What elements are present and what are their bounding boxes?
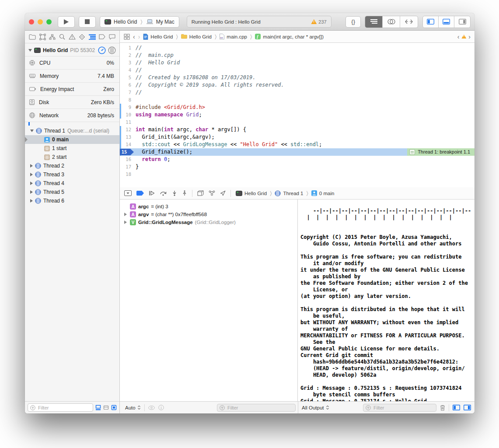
breadcrumb-item[interactable]: Hello Grid xyxy=(150,34,173,39)
go-forward-button[interactable]: › xyxy=(138,33,140,40)
source-editor[interactable]: 1//2// main.cpp3// Hello Grid4//5// Crea… xyxy=(120,43,475,187)
standard-editor-button[interactable] xyxy=(365,16,383,28)
code-line-16[interactable]: 16 return 0; xyxy=(120,156,475,163)
thread-row-thread-4[interactable]: Thread 4 xyxy=(25,179,119,188)
run-button[interactable] xyxy=(58,16,75,28)
code-line-17[interactable]: 17} xyxy=(120,163,475,171)
simulate-location-button[interactable] xyxy=(220,190,226,196)
scheme-selector[interactable]: Hello Grid 〉 My Mac xyxy=(100,16,179,28)
code-line-13[interactable]: 13 Grid_init(&argc,&argv); xyxy=(120,133,475,141)
thread-row-thread-1[interactable]: Thread 1Queue:...d (serial) xyxy=(25,126,119,135)
debug-navigator-tab[interactable] xyxy=(89,34,96,40)
stop-button[interactable] xyxy=(79,16,96,28)
disclosure-triangle-icon[interactable] xyxy=(30,182,33,185)
variables-view[interactable]: Aargc = (int) 3Aargv = (char **) 0x7ffee… xyxy=(120,200,298,401)
breadcrumb-item[interactable]: main.cpp xyxy=(227,34,247,39)
process-row[interactable]: Hello Grid PID 55302 xyxy=(25,45,119,56)
continue-button[interactable] xyxy=(149,190,155,196)
filter-input[interactable] xyxy=(373,405,434,411)
related-items-icon[interactable] xyxy=(124,34,130,40)
code-line-4[interactable]: 4// xyxy=(120,66,475,74)
code-line-9[interactable]: 9#include <Grid/Grid.h> xyxy=(120,104,475,111)
code-line-11[interactable]: 11 xyxy=(120,119,475,126)
breakpoint-indicator[interactable]: 15 xyxy=(120,149,134,155)
line-number[interactable]: 11 xyxy=(120,119,136,126)
show-recent-threads-button[interactable] xyxy=(95,405,101,410)
breakpoint-navigator-tab[interactable] xyxy=(99,34,105,39)
code-line-1[interactable]: 1// xyxy=(120,44,475,52)
zoom-window-button[interactable] xyxy=(46,19,52,24)
code-line-10[interactable]: 10using namespace Grid; xyxy=(120,111,475,119)
test-navigator-tab[interactable] xyxy=(79,34,85,40)
line-number[interactable]: 2 xyxy=(120,52,136,59)
code-line-6[interactable]: 6// Copyright © 2019 sopa. All rights re… xyxy=(120,81,475,89)
line-number[interactable]: 1 xyxy=(120,44,136,52)
step-over-button[interactable] xyxy=(160,190,167,196)
line-number[interactable]: 9 xyxy=(120,104,136,111)
line-number[interactable]: 18 xyxy=(120,171,136,178)
breakpoints-toggle-button[interactable] xyxy=(136,191,144,196)
show-console-button[interactable] xyxy=(464,405,471,410)
report-navigator-tab[interactable] xyxy=(109,34,115,40)
disclosure-triangle-icon[interactable] xyxy=(30,199,33,203)
line-number[interactable]: 5 xyxy=(120,74,136,81)
line-number[interactable]: 3 xyxy=(120,59,136,66)
show-only-crashed-button[interactable] xyxy=(111,405,117,410)
activity-status-view[interactable]: Running Hello Grid : Hello Grid 237 xyxy=(187,16,332,28)
show-running-blocks-button[interactable] xyxy=(103,405,109,410)
line-number[interactable]: 12 xyxy=(120,126,136,133)
variables-filter-field[interactable] xyxy=(217,404,296,412)
print-description-icon[interactable] xyxy=(158,405,164,410)
navigator-filter-field[interactable] xyxy=(28,403,93,412)
code-line-2[interactable]: 2// main.cpp xyxy=(120,52,475,59)
line-number[interactable]: 13 xyxy=(120,133,136,141)
minimize-window-button[interactable] xyxy=(38,19,43,24)
disclosure-triangle-icon[interactable] xyxy=(123,220,128,224)
assistant-editor-button[interactable] xyxy=(383,16,400,28)
disclosure-triangle-icon[interactable] xyxy=(30,190,33,194)
code-line-5[interactable]: 5// Created by s1786208 on 17/03/2019. xyxy=(120,74,475,81)
code-snippets-button[interactable]: {} xyxy=(345,16,361,28)
breadcrumb-item[interactable]: 0 main xyxy=(319,191,335,196)
project-navigator-tab[interactable] xyxy=(29,34,36,40)
step-out-button[interactable] xyxy=(182,190,187,196)
view-process-by-thread-button[interactable] xyxy=(108,46,116,54)
step-into-button[interactable] xyxy=(172,190,177,196)
breadcrumb-item[interactable]: Hello Grid xyxy=(189,34,212,39)
line-number[interactable]: 4 xyxy=(120,66,136,74)
thread-row-thread-6[interactable]: Thread 6 xyxy=(25,196,119,205)
stack-frame-2-start[interactable]: 2 start xyxy=(25,153,119,161)
toggle-inspector-button[interactable] xyxy=(454,16,470,28)
go-back-button[interactable]: ‹ xyxy=(133,33,135,40)
gauge-row-cpu[interactable]: CPU0% xyxy=(25,56,119,70)
pause-gauges-button[interactable] xyxy=(98,46,106,54)
stack-frame-0-main[interactable]: 0 main xyxy=(25,135,119,144)
disclosure-triangle-icon[interactable] xyxy=(30,130,34,132)
code-line-12[interactable]: 12int main(int argc, char * argv[]) { xyxy=(120,126,475,133)
breadcrumb-item[interactable]: main(int argc, char * argv[]) xyxy=(263,34,324,39)
hide-debug-area-button[interactable] xyxy=(124,190,132,196)
warning-count[interactable]: 237 xyxy=(318,19,326,24)
close-window-button[interactable] xyxy=(29,19,34,24)
debug-memory-graph-button[interactable] xyxy=(209,190,215,196)
code-line-18[interactable]: 18 xyxy=(120,171,475,178)
code-line-3[interactable]: 3// Hello Grid xyxy=(120,59,475,66)
find-navigator-tab[interactable] xyxy=(59,34,65,40)
line-number[interactable]: 6 xyxy=(120,81,136,89)
console-output[interactable]: --|--|--|--|--|--|--|--|--|--|--|--|--|-… xyxy=(298,200,475,401)
previous-issue-button[interactable]: ‹ xyxy=(457,33,460,40)
toggle-navigator-button[interactable] xyxy=(423,16,439,28)
quicklook-eye-icon[interactable] xyxy=(148,406,155,410)
disclosure-triangle-icon[interactable] xyxy=(28,49,32,52)
code-line-14[interactable]: 14 std::cout << GridLogMessage << "Hello… xyxy=(120,141,475,148)
gauge-row-disk[interactable]: DiskZero KB/s xyxy=(25,96,119,109)
breadcrumb-item[interactable]: Thread 1 xyxy=(283,191,303,196)
source-control-navigator-tab[interactable] xyxy=(39,34,46,40)
line-number[interactable]: 17 xyxy=(120,163,136,171)
line-number[interactable]: 16 xyxy=(120,156,136,163)
filter-input[interactable] xyxy=(37,405,91,411)
variable-row-grid-gridlogmessage[interactable]: VGrid::GridLogMessage (Grid::GridLogger) xyxy=(120,218,297,226)
disclosure-triangle-icon[interactable] xyxy=(30,164,33,168)
filter-input[interactable] xyxy=(227,405,293,411)
next-issue-button[interactable]: › xyxy=(468,33,471,40)
